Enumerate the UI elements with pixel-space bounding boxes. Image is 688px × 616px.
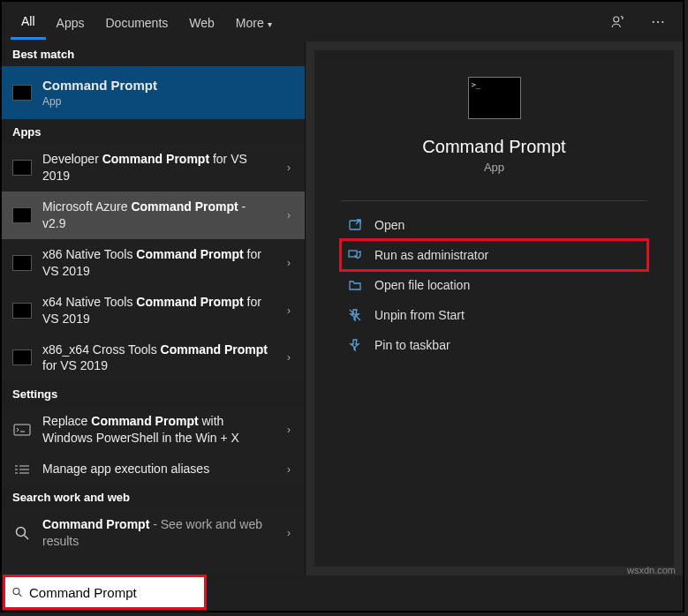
result-app-dev-cmd[interactable]: Developer Command Prompt for VS 2019 ›	[2, 144, 305, 192]
preview-subtitle: App	[314, 161, 674, 174]
action-label: Open file location	[374, 278, 470, 292]
admin-shield-icon	[348, 248, 362, 262]
chevron-right-icon[interactable]: ›	[282, 424, 296, 436]
preview-app-icon	[468, 77, 521, 119]
result-title: x86_x64 Cross Tools Command Prompt for V…	[42, 342, 271, 375]
cmd-icon	[12, 85, 32, 101]
result-title: Microsoft Azure Command Prompt - v2.9	[42, 199, 271, 232]
action-run-as-admin[interactable]: Run as administrator	[341, 240, 647, 270]
more-options-icon[interactable]: ⋯	[642, 13, 674, 30]
result-title: Command Prompt - See work and web result…	[42, 516, 271, 550]
result-web-cmd[interactable]: Command Prompt - See work and web result…	[2, 509, 305, 557]
chevron-right-icon[interactable]: ›	[282, 463, 296, 476]
chevron-right-icon[interactable]: ›	[282, 351, 296, 364]
action-open-location[interactable]: Open file location	[341, 270, 647, 300]
chevron-right-icon[interactable]: ›	[282, 257, 296, 269]
search-input[interactable]	[29, 585, 197, 600]
search-icon	[12, 585, 22, 599]
group-settings: Settings	[2, 381, 305, 406]
tab-web[interactable]: Web	[178, 5, 225, 39]
action-label: Unpin from Start	[374, 308, 465, 322]
result-app-cross-cmd[interactable]: x86_x64 Cross Tools Command Prompt for V…	[2, 334, 305, 382]
result-title: x86 Native Tools Command Prompt for VS 2…	[42, 246, 271, 280]
svg-point-5	[13, 589, 19, 595]
result-title: Developer Command Prompt for VS 2019	[42, 151, 271, 184]
action-label: Run as administrator	[374, 248, 488, 262]
action-pin-taskbar[interactable]: Pin to taskbar	[341, 330, 647, 360]
chevron-right-icon[interactable]: ›	[282, 162, 296, 174]
cmd-icon	[12, 303, 32, 319]
feedback-icon[interactable]	[610, 14, 642, 30]
action-open[interactable]: Open	[341, 210, 647, 240]
cmd-icon	[12, 207, 32, 223]
preview-panel: Command Prompt App Open Run as administr…	[305, 41, 683, 575]
chevron-right-icon[interactable]: ›	[282, 304, 296, 317]
tab-more[interactable]: More▾	[225, 5, 283, 39]
tab-documents[interactable]: Documents	[95, 5, 178, 39]
search-box[interactable]	[5, 577, 204, 607]
settings-terminal-icon	[12, 422, 32, 438]
result-app-azure-cmd[interactable]: Microsoft Azure Command Prompt - v2.9 ›	[2, 192, 305, 239]
folder-icon	[348, 278, 362, 292]
action-label: Pin to taskbar	[374, 338, 450, 352]
result-app-x86-cmd[interactable]: x86 Native Tools Command Prompt for VS 2…	[2, 239, 305, 287]
watermark: wsxdn.com	[627, 565, 676, 575]
svg-point-2	[17, 527, 26, 536]
chevron-down-icon: ▾	[268, 19, 272, 29]
preview-title: Command Prompt	[314, 137, 674, 157]
unpin-icon	[348, 308, 362, 322]
open-icon	[348, 218, 362, 232]
chevron-right-icon[interactable]: ›	[282, 527, 296, 539]
group-apps: Apps	[2, 119, 305, 144]
result-title: x64 Native Tools Command Prompt for VS 2…	[42, 294, 271, 327]
result-title: Replace Command Prompt with Windows Powe…	[42, 413, 271, 447]
svg-rect-1	[14, 424, 30, 435]
group-work-web: Search work and web	[2, 485, 305, 509]
settings-list-icon	[12, 462, 32, 477]
group-best-match: Best match	[2, 41, 305, 66]
result-setting-replace-cmd[interactable]: Replace Command Prompt with Windows Powe…	[2, 406, 305, 454]
result-app-x64-cmd[interactable]: x64 Native Tools Command Prompt for VS 2…	[2, 287, 305, 334]
preview-actions: Open Run as administrator Open file loca…	[341, 200, 647, 360]
result-setting-aliases[interactable]: Manage app execution aliases ›	[2, 454, 305, 485]
result-best-command-prompt[interactable]: Command Prompt App	[2, 66, 305, 119]
results-panel: Best match Command Prompt App Apps Devel…	[2, 41, 305, 575]
pin-icon	[348, 338, 362, 352]
action-label: Open	[374, 218, 404, 232]
chevron-right-icon[interactable]: ›	[282, 209, 296, 222]
result-title: Command Prompt	[42, 77, 296, 94]
search-icon	[12, 525, 32, 541]
search-tabs: All Apps Documents Web More▾ ⋯	[2, 2, 683, 41]
svg-point-0	[614, 17, 619, 22]
tab-all[interactable]: All	[11, 4, 46, 40]
cmd-icon	[12, 349, 32, 365]
result-subtitle: App	[42, 94, 296, 109]
tab-apps[interactable]: Apps	[46, 5, 95, 39]
cmd-icon	[12, 255, 32, 271]
result-title: Manage app execution aliases	[42, 461, 271, 477]
action-unpin-start[interactable]: Unpin from Start	[341, 300, 647, 330]
cmd-icon	[12, 160, 32, 176]
